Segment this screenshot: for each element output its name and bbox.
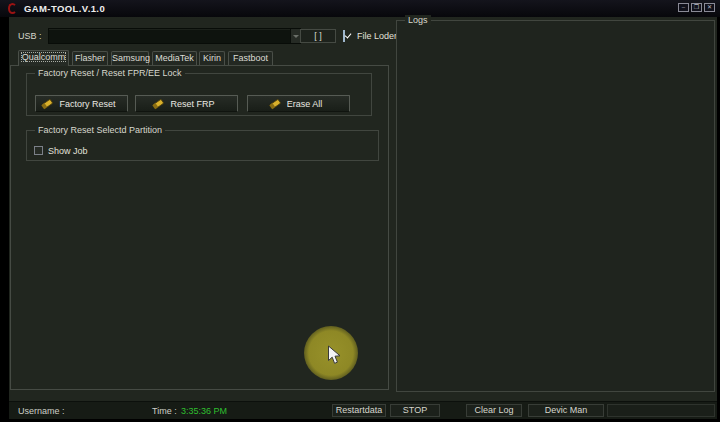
partition-group: Factory Reset Selectd Partition Show Job [26,130,379,161]
factory-reset-button-label: Factory Reset [59,99,115,109]
tab-kirin[interactable]: Kirin [199,51,225,65]
reset-frp-button-label: Reset FRP [170,99,214,109]
username-label: Username : [18,406,65,416]
bracket-button[interactable]: [ ] [300,29,336,43]
show-job-label: Show Job [48,146,88,156]
erase-all-button[interactable]: Erase All [247,95,350,112]
stop-button[interactable]: STOP [390,404,440,417]
eraser-icon [269,98,281,110]
tab-qualcomm[interactable]: Qualcomm [18,50,69,66]
time-value: 3:35:36 PM [181,406,227,416]
tab-fastboot[interactable]: Fastboot [228,51,273,65]
app-window: GAM-TOOL.V.1.0 – ❐ ✕ USB : [ ] File Lode… [0,0,720,422]
title-bar: GAM-TOOL.V.1.0 – ❐ ✕ [0,0,720,17]
usb-port-combobox[interactable] [48,28,301,44]
file-loader-label: File Loder [357,31,397,41]
client-area: USB : [ ] File Loder Qualcomm Flasher Sa… [9,17,717,419]
time-label: Time : [152,406,177,416]
window-title: GAM-TOOL.V.1.0 [24,3,105,14]
factory-reset-group: Factory Reset / Reset FPR/EE Lock Factor… [26,73,372,116]
clear-log-button[interactable]: Clear Log [466,404,522,417]
erase-all-button-label: Erase All [287,99,323,109]
partition-group-title: Factory Reset Selectd Partition [35,125,165,135]
device-manager-button[interactable]: Devic Man [528,404,604,417]
close-button[interactable]: ✕ [704,3,715,12]
status-empty-segment [607,404,715,417]
eraser-icon [152,98,164,110]
usb-label: USB : [18,31,42,41]
minimize-button[interactable]: – [678,3,689,12]
tab-flasher[interactable]: Flasher [72,51,108,65]
reset-frp-button[interactable]: Reset FRP [135,95,238,112]
factory-reset-group-title: Factory Reset / Reset FPR/EE Lock [35,68,185,78]
app-logo-icon [8,3,17,14]
window-controls: – ❐ ✕ [678,3,715,12]
logs-panel-title: Logs [405,15,431,25]
eraser-icon [41,98,53,110]
restart-data-button[interactable]: Restartdata [332,404,386,417]
tab-mediatek[interactable]: MediaTek [152,51,197,65]
usb-dropdown-arrow-icon[interactable] [290,29,300,43]
factory-reset-button[interactable]: Factory Reset [35,95,128,112]
maximize-button[interactable]: ❐ [691,3,702,12]
tab-samsung[interactable]: Samsung [111,51,149,65]
show-job-checkbox[interactable] [34,146,43,155]
status-bar: Username : Time : 3:35:36 PM Restartdata… [9,401,717,419]
logs-panel: Logs [396,20,715,392]
file-loader-checkbox[interactable] [343,30,345,42]
mouse-cursor-icon [327,345,342,366]
